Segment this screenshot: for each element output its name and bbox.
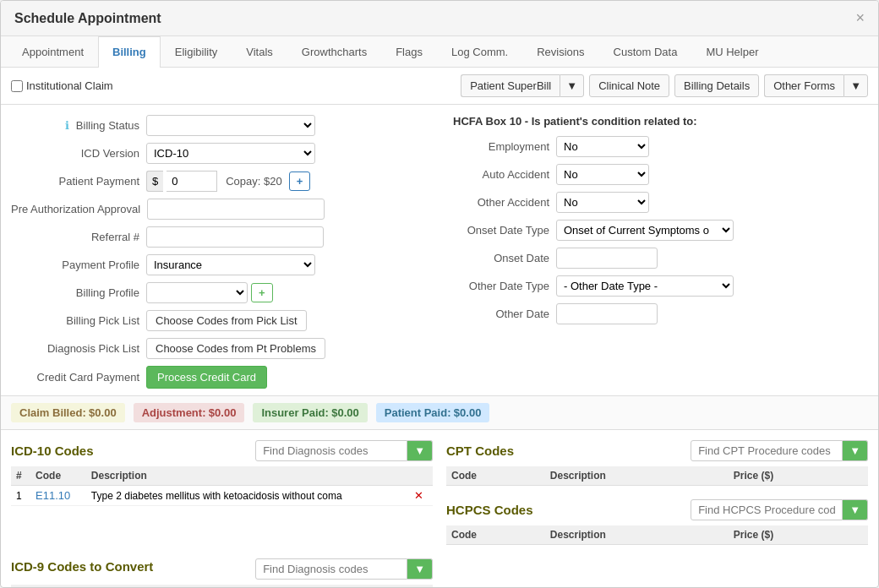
- billing-details-button[interactable]: Billing Details: [674, 74, 759, 97]
- hcfa-section: HCFA Box 10 - Is patient's condition rel…: [446, 115, 868, 395]
- choose-problems-button[interactable]: Choose Codes from Pt Problems: [146, 338, 325, 359]
- billing-left-form: ℹ Billing Status ICD Version ICD-10 Pati…: [11, 115, 433, 395]
- info-icon[interactable]: ℹ: [65, 119, 69, 132]
- tab-eligibility[interactable]: Eligibility: [161, 36, 232, 67]
- cpt-table: Code Description Price ($): [446, 466, 868, 486]
- icd10-search-button[interactable]: ▼: [407, 440, 433, 461]
- cpt-search-button[interactable]: ▼: [843, 440, 868, 461]
- other-forms-split: Other Forms ▼: [764, 74, 868, 97]
- clinical-note-button[interactable]: Clinical Note: [589, 74, 669, 97]
- cpt-col-desc: Description: [545, 466, 729, 486]
- billing-profile-label: Billing Profile: [11, 286, 146, 299]
- icd9-search-button[interactable]: ▼: [407, 558, 433, 580]
- toolbar-right: Patient SuperBill ▼ Clinical Note Billin…: [461, 74, 868, 97]
- hcpcs-table: Code Description Price ($): [446, 525, 868, 545]
- onset-date-type-label: Onset Date Type: [446, 224, 556, 237]
- tab-growthcharts[interactable]: Growthcharts: [287, 36, 381, 67]
- tab-appointment[interactable]: Appointment: [8, 36, 98, 67]
- employment-select[interactable]: No: [556, 136, 649, 157]
- choose-pick-list-button[interactable]: Choose Codes from Pick List: [146, 310, 307, 331]
- billing-status-label: ℹ Billing Status: [11, 119, 146, 132]
- icd10-search-input[interactable]: [255, 440, 407, 461]
- tab-custom-data[interactable]: Custom Data: [599, 36, 692, 67]
- icd9-search-input[interactable]: [255, 558, 407, 580]
- summary-bar: Claim Billed: $0.00 Adjustment: $0.00 In…: [1, 395, 878, 430]
- add-payment-button[interactable]: +: [289, 172, 311, 191]
- tab-log-comm[interactable]: Log Comm.: [437, 36, 522, 67]
- tab-bar: Appointment Billing Eligibility Vitals G…: [1, 36, 878, 68]
- icd9-col-code: Code: [68, 585, 195, 587]
- cpt-col-code: Code: [446, 466, 545, 486]
- delete-icd10-row[interactable]: ✕: [414, 489, 423, 502]
- cpt-search-input[interactable]: [691, 440, 843, 461]
- superbill-caret[interactable]: ▼: [560, 74, 584, 97]
- onset-date-input[interactable]: [556, 248, 658, 269]
- close-button[interactable]: ×: [855, 9, 865, 27]
- other-date-input[interactable]: [556, 303, 658, 324]
- icd9-section: ICD-9 Codes to Convert ▼ # Code Descript…: [11, 558, 433, 587]
- pre-auth-label: Pre Authorization Approval: [11, 203, 147, 215]
- other-forms-caret[interactable]: ▼: [844, 74, 868, 97]
- billing-profile-select[interactable]: [146, 282, 248, 303]
- icd9-title: ICD-9 Codes to Convert: [11, 559, 153, 574]
- billing-status-select[interactable]: [146, 115, 315, 136]
- adjustment-summary: Adjustment: $0.00: [134, 403, 245, 422]
- icd10-col-action: [409, 466, 433, 486]
- employment-label: Employment: [446, 140, 556, 153]
- icd9-col-desc: Description: [195, 585, 433, 587]
- referral-label: Referral #: [11, 231, 146, 243]
- cpt-search-row: ▼: [691, 440, 868, 461]
- icd10-title: ICD-10 Codes: [11, 444, 94, 458]
- other-date-label: Other Date: [446, 308, 556, 320]
- hcfa-title: HCFA Box 10 - Is patient's condition rel…: [446, 115, 868, 128]
- icd10-col-num: #: [11, 466, 30, 486]
- process-credit-card-button[interactable]: Process Credit Card: [146, 366, 267, 389]
- copay-label: Copay: $20: [226, 175, 282, 188]
- icd9-col-num: #: [11, 585, 68, 587]
- modal-title: Schedule Appointment: [14, 11, 161, 26]
- hcpcs-col-desc: Description: [545, 525, 729, 545]
- icd9-search-row: ▼: [255, 558, 433, 580]
- other-forms-button[interactable]: Other Forms: [764, 74, 844, 97]
- auto-accident-select[interactable]: No: [556, 164, 649, 185]
- tab-revisions[interactable]: Revisions: [522, 36, 598, 67]
- credit-card-label: Credit Card Payment: [11, 371, 146, 384]
- hcpcs-search-row: ▼: [691, 499, 868, 520]
- tab-mu-helper[interactable]: MU Helper: [691, 36, 773, 67]
- diagnosis-pick-list-label: Diagnosis Pick List: [11, 342, 146, 355]
- tab-flags[interactable]: Flags: [381, 36, 437, 67]
- billing-profile-row: +: [146, 282, 273, 303]
- patient-payment-row: $ Copay: $20 +: [146, 171, 310, 192]
- icd10-search-row: ▼: [255, 440, 433, 461]
- insurer-paid-summary: Insurer Paid: $0.00: [253, 403, 367, 422]
- other-date-type-select[interactable]: - Other Date Type -: [556, 275, 734, 297]
- dollar-sign: $: [146, 171, 163, 192]
- tab-vitals[interactable]: Vitals: [232, 36, 287, 67]
- codes-grid: ICD-10 Codes ▼ # Code Description: [1, 430, 878, 587]
- billing-toolbar: Institutional Claim Patient SuperBill ▼ …: [1, 68, 878, 105]
- hcpcs-search-input[interactable]: [691, 499, 843, 520]
- claim-billed-summary: Claim Billed: $0.00: [11, 403, 125, 422]
- add-billing-profile-button[interactable]: +: [251, 283, 273, 302]
- other-date-type-label: Other Date Type: [446, 280, 556, 292]
- institutional-claim-label[interactable]: Institutional Claim: [11, 79, 113, 92]
- patient-payment-input[interactable]: [167, 171, 217, 192]
- payment-profile-select[interactable]: Insurance: [146, 254, 315, 275]
- institutional-claim-checkbox[interactable]: [11, 80, 23, 92]
- hcpcs-title: HCPCS Codes: [446, 503, 533, 517]
- auto-accident-label: Auto Accident: [446, 168, 556, 181]
- hcpcs-col-code: Code: [446, 525, 545, 545]
- superbill-button[interactable]: Patient SuperBill: [461, 74, 560, 97]
- other-accident-select[interactable]: No: [556, 192, 649, 213]
- tab-billing[interactable]: Billing: [98, 36, 161, 68]
- pre-auth-input[interactable]: [147, 199, 325, 220]
- onset-date-type-select[interactable]: Onset of Current Symptoms o: [556, 220, 734, 241]
- icd9-table: # Code Description: [11, 585, 433, 587]
- referral-input[interactable]: [146, 226, 324, 248]
- icd-version-select[interactable]: ICD-10: [146, 143, 315, 164]
- hcpcs-search-button[interactable]: ▼: [843, 499, 868, 520]
- icd10-section: ICD-10 Codes ▼ # Code Description: [11, 440, 433, 545]
- icd10-col-desc: Description: [86, 466, 409, 486]
- other-accident-label: Other Accident: [446, 196, 556, 209]
- icd10-code-link[interactable]: E11.10: [35, 489, 70, 502]
